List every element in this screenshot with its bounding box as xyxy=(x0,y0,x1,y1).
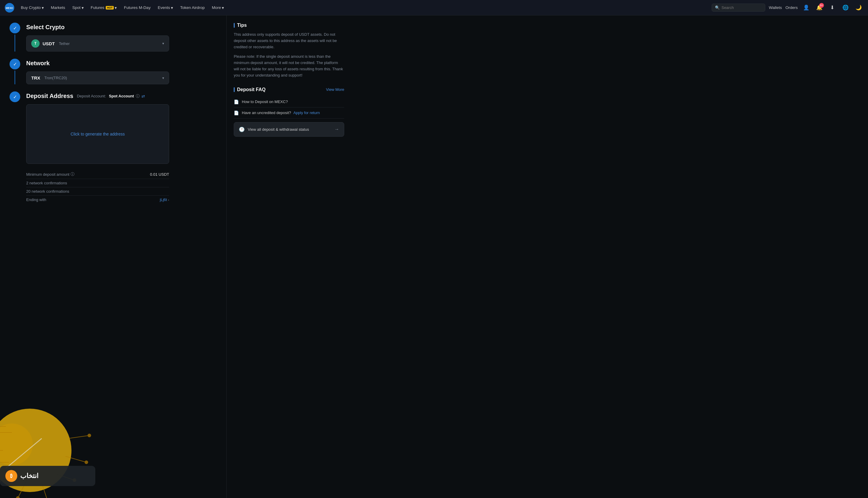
info-row-network-confirm1: 2 network confirmations xyxy=(26,179,169,187)
step1-title: Select Crypto xyxy=(26,24,217,31)
search-bar[interactable]: 🔍 xyxy=(712,3,765,12)
svg-line-14 xyxy=(0,471,18,483)
step1-indicator: ✓ xyxy=(10,23,20,52)
nav-item-events[interactable]: Events ▾ xyxy=(155,3,176,12)
right-panel: Tips This address only supports deposit … xyxy=(226,15,351,498)
step2-content: Network TRX Tron(TRC20) ▾ xyxy=(26,59,217,84)
hot-badge: HOT xyxy=(106,6,114,10)
deposit-address-header: Deposit Address Deposit Account: Spot Ac… xyxy=(26,93,217,100)
step2-line xyxy=(15,70,15,84)
network-select-arrow: ▾ xyxy=(162,76,164,80)
ending-chevron-icon: › xyxy=(168,198,169,202)
faq-doc-icon-2: 📄 xyxy=(234,110,239,115)
nav-item-futures[interactable]: Futures HOT ▾ xyxy=(88,3,120,12)
tips-paragraph-2: Please note: If the single deposit amoun… xyxy=(234,54,344,78)
svg-point-23 xyxy=(85,461,88,464)
moon-icon: 🌙 xyxy=(855,4,862,11)
svg-point-25 xyxy=(88,434,91,437)
step-network: ✓ Network TRX Tron(TRC20) ▾ xyxy=(10,59,217,84)
download-icon-btn[interactable]: ⬇ xyxy=(828,3,837,13)
language-icon-btn[interactable]: 🌐 xyxy=(841,3,850,13)
clock-icon: 🕐 xyxy=(239,127,245,132)
faq-doc-icon-1: 📄 xyxy=(234,100,239,104)
info-label-minimum: Minimum deposit amount ⓘ xyxy=(26,172,75,177)
nav-item-futures-mday[interactable]: Futures M-Day xyxy=(121,3,153,12)
wallets-link[interactable]: Wallets xyxy=(769,5,782,10)
svg-line-26 xyxy=(6,438,42,468)
info-label-ending: Ending with xyxy=(26,197,46,202)
step2-title: Network xyxy=(26,60,217,67)
watermark-box: ₿ انتخاب xyxy=(0,466,95,486)
deposit-account-info: Deposit Account: Spot Account ⓘ ⇄ xyxy=(77,93,145,99)
step3-content: Deposit Address Deposit Account: Spot Ac… xyxy=(26,91,217,204)
notification-badge: 9+ xyxy=(819,3,824,8)
nav-logo[interactable]: MEXC xyxy=(5,3,14,13)
faq-header: Deposit FAQ View More xyxy=(234,87,344,92)
theme-toggle-btn[interactable]: 🌙 xyxy=(854,3,863,13)
status-btn-left: 🕐 View all deposit & withdrawal status xyxy=(239,127,309,132)
step2-circle: ✓ xyxy=(10,59,20,69)
generate-address-link[interactable]: Click to generate the address xyxy=(70,132,125,136)
svg-line-22 xyxy=(66,456,86,462)
info-label-network-confirm2: 20 network confirmations xyxy=(26,189,69,194)
network-select-left: TRX Tron(TRC20) xyxy=(31,75,67,80)
nav-item-markets[interactable]: Markets xyxy=(48,3,68,12)
background-decoration xyxy=(0,391,95,498)
apply-return-link[interactable]: Apply for return xyxy=(293,110,320,115)
nav-item-token-airdrop[interactable]: Token Airdrop xyxy=(177,3,208,12)
faq-item-uncredited[interactable]: 📄 Have an uncredited deposit? Apply for … xyxy=(234,107,344,119)
svg-point-17 xyxy=(16,497,19,498)
network-select-dropdown[interactable]: TRX Tron(TRC20) ▾ xyxy=(26,71,169,84)
svg-line-20 xyxy=(56,474,75,480)
tips-paragraph-1: This address only supports deposit of US… xyxy=(234,31,344,50)
navbar: MEXC Buy Crypto ▾ Markets Spot ▾ Futures… xyxy=(0,0,868,15)
usdt-coin-icon: T xyxy=(31,39,40,48)
left-panel: ₿ انتخاب ✓ Select Crypto T USDT Tether ▾ xyxy=(0,15,226,498)
deposit-account-info-icon[interactable]: ⓘ xyxy=(136,93,140,99)
info-row-ending: Ending with jLj6t › xyxy=(26,196,169,204)
nav-right-section: Wallets Orders 👤 🔔 9+ ⬇ 🌐 🌙 xyxy=(769,3,863,13)
step1-content: Select Crypto T USDT Tether ▾ xyxy=(26,23,217,52)
view-more-link[interactable]: View More xyxy=(326,87,344,92)
nav-item-buy-crypto[interactable]: Buy Crypto ▾ xyxy=(18,3,47,12)
person-icon: 👤 xyxy=(803,4,809,11)
step3-circle: ✓ xyxy=(10,91,20,102)
status-btn-text: View all deposit & withdrawal status xyxy=(248,127,309,132)
svg-point-21 xyxy=(73,479,76,482)
step1-line xyxy=(15,35,15,52)
faq-text-2: Have an uncredited deposit? Apply for re… xyxy=(242,110,320,115)
nav-item-more[interactable]: More ▾ xyxy=(209,3,227,12)
main-layout: ₿ انتخاب ✓ Select Crypto T USDT Tether ▾ xyxy=(0,15,868,498)
tips-title: Tips xyxy=(234,23,344,28)
deposit-withdrawal-status-btn[interactable]: 🕐 View all deposit & withdrawal status → xyxy=(234,122,344,137)
profile-icon-btn[interactable]: 👤 xyxy=(801,3,811,13)
svg-line-24 xyxy=(68,435,89,438)
ending-address-link[interactable]: jLj6t xyxy=(160,197,167,202)
orders-link[interactable]: Orders xyxy=(786,5,798,10)
faq-section: Deposit FAQ View More 📄 How to Deposit o… xyxy=(234,87,344,137)
watermark-overlay: ₿ انتخاب xyxy=(0,466,95,486)
network-name: Tron(TRC20) xyxy=(44,76,67,80)
minimum-info-icon[interactable]: ⓘ xyxy=(70,172,75,177)
deposit-account-value: Spot Account xyxy=(109,94,134,98)
nav-item-spot[interactable]: Spot ▾ xyxy=(69,3,86,12)
watermark-btc-icon: ₿ xyxy=(5,470,17,482)
search-input[interactable] xyxy=(721,5,762,10)
notification-icon-btn[interactable]: 🔔 9+ xyxy=(814,3,824,13)
deposit-address-title: Deposit Address xyxy=(26,93,73,100)
step-deposit-address: ✓ Deposit Address Deposit Account: Spot … xyxy=(10,91,217,204)
status-btn-arrow-icon: → xyxy=(334,127,339,132)
svg-point-2 xyxy=(0,409,71,492)
svg-line-16 xyxy=(18,480,27,498)
tips-section: Tips This address only supports deposit … xyxy=(234,23,344,79)
info-row-network-confirm2: 20 network confirmations xyxy=(26,187,169,196)
faq-item-how-to-deposit[interactable]: 📄 How to Deposit on MEXC? xyxy=(234,96,344,107)
faq-title: Deposit FAQ xyxy=(234,87,266,92)
svg-line-18 xyxy=(42,483,48,498)
crypto-select-dropdown[interactable]: T USDT Tether ▾ xyxy=(26,36,169,52)
step3-indicator: ✓ xyxy=(10,91,20,204)
step-select-crypto: ✓ Select Crypto T USDT Tether ▾ xyxy=(10,23,217,52)
deposit-account-swap-icon[interactable]: ⇄ xyxy=(142,94,145,99)
address-box[interactable]: Click to generate the address xyxy=(26,104,169,164)
download-icon: ⬇ xyxy=(830,4,834,11)
